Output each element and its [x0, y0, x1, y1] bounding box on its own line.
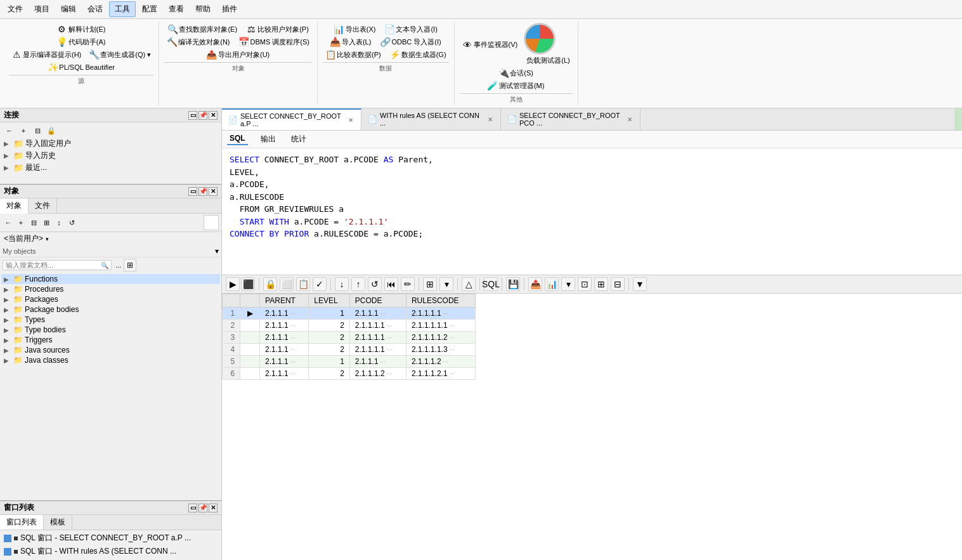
- results-btn-export[interactable]: 📤: [528, 277, 542, 291]
- results-btn-sql[interactable]: SQL: [484, 277, 498, 291]
- menu-edit[interactable]: 编辑: [56, 2, 81, 16]
- obj-item-package-bodies[interactable]: ▶ 📁 Package bodies: [1, 304, 220, 315]
- tab-file[interactable]: 文件: [29, 199, 57, 213]
- table-row[interactable]: 4 2.1.1.1 ··· 2 2.1.1.1.1 ··· 2.1.1.1.1.…: [223, 344, 476, 356]
- btn-compare-table[interactable]: 📋 比较表数据(P): [323, 48, 384, 61]
- obj-item-procedures[interactable]: ▶ 📁 Procedures: [1, 284, 220, 294]
- sql-editor[interactable]: SELECT CONNECT_BY_ROOT a.PCODE AS Parent…: [222, 148, 962, 275]
- menu-view[interactable]: 查看: [164, 2, 189, 16]
- winlist-tab-windows[interactable]: 窗口列表: [0, 515, 44, 530]
- btn-find-db-object[interactable]: 🔍 查找数据库对象(E): [165, 23, 240, 36]
- winlist-close-btn[interactable]: ✕: [209, 504, 218, 512]
- table-row[interactable]: 6 2.1.1.1 ··· 2 2.1.1.1.2 ··· 2.1.1.1.2.…: [223, 368, 476, 380]
- obj-back-btn[interactable]: ←: [3, 217, 14, 228]
- btn-query-builder[interactable]: 🔧 查询生成器(Q) ▾: [86, 48, 153, 61]
- btn-beautifier[interactable]: ✨ PL/SQL Beautifier: [45, 61, 117, 74]
- btn-compare-user-obj[interactable]: ⚖ 比较用户对象(P): [244, 23, 311, 36]
- btn-import-table[interactable]: 📥 导入表(L): [328, 36, 374, 48]
- results-btn-down[interactable]: ↓: [335, 277, 349, 291]
- btn-explain-plan[interactable]: ⚙ 解释计划(E): [55, 23, 108, 36]
- table-row[interactable]: 3 2.1.1.1 ··· 2 2.1.1.1.1 ··· 2.1.1.1.1.…: [223, 332, 476, 344]
- results-btn-dropdown2[interactable]: ▾: [439, 277, 453, 291]
- subtab-output[interactable]: 输出: [258, 133, 278, 145]
- col-level[interactable]: LEVEL: [309, 294, 350, 308]
- tab-close-0[interactable]: ✕: [347, 117, 354, 124]
- menu-project[interactable]: 项目: [29, 2, 55, 16]
- btn-code-assistant[interactable]: 💡 代码助手(A): [55, 36, 108, 48]
- connection-item-0[interactable]: ▶ 📁 导入固定用户: [1, 138, 220, 150]
- results-btn-paste[interactable]: 📋: [296, 277, 310, 291]
- connection-item-2[interactable]: ▶ 📁 最近...: [1, 162, 220, 174]
- tab-object[interactable]: 对象: [0, 199, 29, 214]
- results-btn-grid2[interactable]: ⊞: [594, 277, 608, 291]
- table-row[interactable]: 5 2.1.1.1 ··· 1 2.1.1.1 ··· 2.1.1.1.2 ··…: [223, 356, 476, 368]
- search-input[interactable]: [6, 261, 101, 269]
- menu-config[interactable]: 配置: [137, 2, 162, 16]
- connection-lock-btn[interactable]: 🔒: [46, 125, 57, 136]
- btn-text-importer[interactable]: 📄 文本导入器(I): [382, 23, 439, 36]
- sql-tab-1[interactable]: 📄 WITH rules AS (SELECT CONN ... ✕: [361, 108, 501, 130]
- btn-compile-invalid[interactable]: 🔨 编译无效对象(N): [164, 36, 232, 48]
- results-btn-stop[interactable]: ⬛: [241, 277, 255, 291]
- tab-close-2[interactable]: ✕: [626, 116, 634, 123]
- connection-close-btn[interactable]: ✕: [209, 111, 218, 120]
- filter-grid-btn[interactable]: ⊞: [124, 259, 136, 271]
- btn-export-table[interactable]: 📊 导出表(X): [332, 23, 379, 36]
- connection-add-btn[interactable]: +: [18, 125, 29, 136]
- btn-session[interactable]: 🔌 会话(S): [496, 67, 536, 79]
- results-btn-save[interactable]: 💾: [506, 277, 520, 291]
- menu-help[interactable]: 帮助: [190, 2, 216, 16]
- results-btn-first[interactable]: ⏮: [384, 277, 398, 291]
- obj-remove-btn[interactable]: ⊟: [28, 217, 39, 228]
- btn-event-monitor[interactable]: 👁 事件监视器(V): [460, 39, 521, 51]
- winlist-restore-btn[interactable]: ▭: [188, 504, 197, 512]
- btn-odbc-importer[interactable]: 🔗 ODBC 导入器(I): [377, 36, 443, 48]
- results-btn-chart-dropdown[interactable]: ▾: [561, 277, 575, 291]
- win-item-0[interactable]: SQL 窗口 - SELECT CONNECT_BY_ROOT a.P ...: [1, 531, 220, 545]
- subtab-stats[interactable]: 统计: [289, 133, 309, 145]
- results-btn-filter[interactable]: ▼: [633, 277, 647, 291]
- connection-restore-btn[interactable]: ▭: [188, 111, 197, 120]
- results-btn-dup[interactable]: ⊟: [611, 277, 625, 291]
- btn-load-tester[interactable]: 负载测试器(L): [524, 55, 572, 67]
- winlist-tab-templates[interactable]: 模板: [44, 515, 72, 530]
- results-btn-lock[interactable]: 🔒: [263, 277, 277, 291]
- results-btn-grid[interactable]: ⊞: [423, 277, 437, 291]
- obj-item-type-bodies[interactable]: ▶ 📁 Type bodies: [1, 325, 220, 335]
- tab-close-1[interactable]: ✕: [486, 116, 494, 123]
- results-btn-copy[interactable]: ⬜: [280, 277, 294, 291]
- winlist-pin-btn[interactable]: 📌: [198, 504, 207, 512]
- obj-item-functions[interactable]: ▶ 📁 Functions: [1, 274, 220, 284]
- results-btn-run-dropdown[interactable]: ▶: [226, 277, 240, 291]
- obj-sort-btn[interactable]: ↕: [53, 217, 65, 228]
- col-pcode[interactable]: PCODE: [349, 294, 406, 308]
- menu-file[interactable]: 文件: [3, 2, 28, 16]
- win-item-1[interactable]: SQL 窗口 - WITH rules AS (SELECT CONN ...: [1, 545, 220, 558]
- menu-tools[interactable]: 工具: [109, 1, 136, 17]
- connection-remove-btn[interactable]: ⊟: [32, 125, 43, 136]
- obj-item-types[interactable]: ▶ 📁 Types: [1, 315, 220, 325]
- obj-item-java-sources[interactable]: ▶ 📁 Java sources: [1, 345, 220, 355]
- object-pin-btn[interactable]: 📌: [198, 187, 207, 196]
- obj-add-btn[interactable]: +: [15, 217, 27, 228]
- object-close-btn[interactable]: ✕: [209, 187, 218, 196]
- results-btn-table[interactable]: ⊡: [578, 277, 592, 291]
- sql-tab-0[interactable]: 📄 SELECT CONNECT_BY_ROOT a.P ... ✕: [222, 108, 361, 130]
- btn-show-hint[interactable]: ⚠ 显示编译器提示(H): [9, 48, 84, 61]
- connection-pin-btn[interactable]: 📌: [198, 111, 207, 120]
- col-parent[interactable]: PARENT: [260, 294, 309, 308]
- btn-test-manager[interactable]: 🧪 测试管理器(M): [485, 79, 547, 92]
- object-restore-btn[interactable]: ▭: [188, 187, 197, 196]
- menu-session[interactable]: 会话: [82, 2, 108, 16]
- obj-item-packages[interactable]: ▶ 📁 Packages: [1, 294, 220, 304]
- obj-refresh-btn[interactable]: ↺: [66, 217, 77, 228]
- btn-dbms-scheduler[interactable]: 📅 DBMS 调度程序(S): [237, 36, 313, 48]
- col-rulescode[interactable]: RULESCODE: [406, 294, 475, 308]
- filter-extra-btn[interactable]: ...: [115, 261, 121, 269]
- btn-export-user-obj[interactable]: 📤 导出用户对象(U): [204, 48, 272, 61]
- obj-toggle-btn[interactable]: [204, 215, 219, 230]
- results-btn-up2[interactable]: △: [462, 277, 476, 291]
- table-row[interactable]: 1 ▶ 2.1.1.1 ··· 1 2.1.1.1 ··· 2.1.1.1.1 …: [223, 308, 476, 320]
- results-btn-check[interactable]: ✓: [313, 277, 327, 291]
- subtab-sql[interactable]: SQL: [227, 133, 248, 145]
